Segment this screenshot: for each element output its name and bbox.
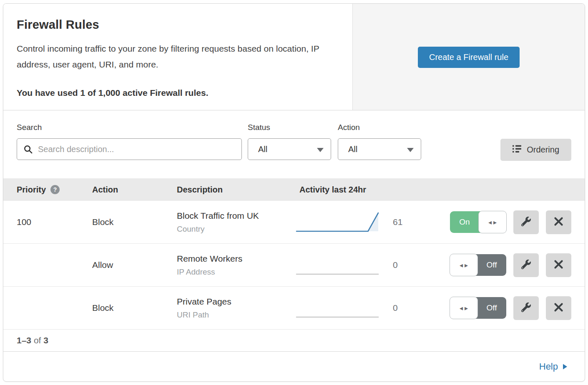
help-question-icon[interactable]: ?: [50, 185, 60, 194]
help-bar: Help: [3, 352, 585, 382]
status-select-value: All: [258, 145, 267, 154]
column-activity: Activity last 24hr: [295, 185, 392, 195]
pagination-range: 1–3: [17, 335, 31, 345]
rule-description: Private Pages: [177, 297, 295, 307]
action-select[interactable]: All: [338, 138, 421, 160]
firewall-rule-row: Allow Remote Workers IP Address 0 Off ◂▸: [3, 244, 585, 287]
filters-bar: Search Status All Action All: [3, 110, 585, 178]
column-priority: Priority ?: [17, 185, 92, 195]
page-header-text: Firewall Rules Control incoming traffic …: [3, 4, 353, 110]
ordering-button[interactable]: Ordering: [500, 139, 571, 161]
close-icon: [554, 260, 563, 270]
firewall-rules-card: Firewall Rules Control incoming traffic …: [3, 3, 585, 382]
rule-controls: On ◂▸: [425, 210, 571, 234]
rule-description: Remote Workers: [177, 254, 295, 264]
column-action: Action: [92, 185, 177, 195]
rule-enabled-toggle[interactable]: On ◂▸: [450, 211, 506, 233]
rule-controls: Off ◂▸: [425, 296, 571, 320]
close-icon: [554, 302, 563, 313]
usage-note: You have used 1 of 1,000 active Firewall…: [17, 88, 327, 98]
search-filter: Search: [17, 123, 242, 160]
rule-enabled-toggle[interactable]: Off ◂▸: [450, 254, 506, 276]
chevron-down-icon: [317, 148, 324, 152]
page-header-action-panel: Create a Firewall rule: [353, 4, 585, 110]
activity-count: 61: [392, 217, 425, 227]
rule-action: Block: [92, 303, 177, 313]
rule-action: Block: [92, 217, 177, 227]
toggle-state-label: On: [450, 211, 479, 233]
toggle-handle-arrows-icon[interactable]: ◂▸: [450, 254, 478, 276]
rule-type: Country: [177, 225, 295, 234]
priority-header-label: Priority: [17, 185, 46, 195]
rule-description-cell: Block Traffic from UK Country: [177, 211, 295, 234]
activity-sparkline: [295, 253, 381, 277]
rule-enabled-toggle[interactable]: Off ◂▸: [450, 297, 506, 319]
toggle-handle-arrows-icon[interactable]: ◂▸: [478, 211, 507, 233]
action-label: Action: [338, 123, 421, 132]
rule-type: URI Path: [177, 310, 295, 320]
table-header: Priority ? Action Description Activity l…: [3, 178, 585, 201]
firewall-rule-row: 100 Block Block Traffic from UK Country …: [3, 201, 585, 244]
rule-type: IP Address: [177, 268, 295, 277]
rule-description: Block Traffic from UK: [177, 211, 295, 221]
create-firewall-rule-button[interactable]: Create a Firewall rule: [418, 47, 520, 68]
edit-rule-button[interactable]: [513, 210, 539, 234]
activity-count: 0: [392, 303, 425, 313]
pagination-status: 1–3 of 3: [3, 330, 585, 352]
rule-controls: Off ◂▸: [425, 253, 571, 277]
edit-rule-button[interactable]: [513, 296, 539, 320]
action-filter: Action All: [338, 123, 421, 160]
search-icon: [23, 145, 33, 156]
delete-rule-button[interactable]: [546, 253, 571, 277]
rule-description-cell: Remote Workers IP Address: [177, 254, 295, 277]
help-link[interactable]: Help: [539, 361, 568, 372]
close-icon: [554, 217, 563, 228]
activity-count: 0: [392, 260, 425, 270]
edit-rule-button[interactable]: [513, 253, 539, 277]
toggle-state-label: Off: [477, 254, 506, 276]
activity-sparkline: [295, 210, 381, 234]
pagination-of: of: [31, 335, 43, 345]
toggle-handle-arrows-icon[interactable]: ◂▸: [450, 297, 478, 319]
activity-sparkline: [295, 296, 381, 320]
search-label: Search: [17, 123, 242, 132]
firewall-rule-row: Block Private Pages URI Path 0 Off ◂▸: [3, 287, 585, 330]
status-filter: Status All: [248, 123, 331, 160]
toggle-state-label: Off: [477, 297, 506, 319]
pagination-total: 3: [43, 335, 48, 345]
status-label: Status: [248, 123, 331, 132]
search-box: [17, 138, 242, 160]
page-description: Control incoming traffic to your zone by…: [17, 41, 327, 72]
arrow-right-icon: [562, 363, 568, 370]
page-header: Firewall Rules Control incoming traffic …: [3, 4, 585, 110]
column-description: Description: [177, 185, 295, 195]
wrench-icon: [521, 260, 531, 270]
delete-rule-button[interactable]: [546, 296, 571, 320]
wrench-icon: [521, 302, 531, 313]
status-select[interactable]: All: [248, 138, 331, 160]
rule-description-cell: Private Pages URI Path: [177, 297, 295, 320]
rule-priority: 100: [17, 217, 92, 227]
help-link-label: Help: [539, 361, 558, 372]
action-select-value: All: [348, 145, 357, 154]
list-icon: [513, 145, 521, 155]
delete-rule-button[interactable]: [546, 210, 571, 234]
ordering-button-label: Ordering: [527, 145, 559, 155]
wrench-icon: [521, 217, 531, 228]
rule-action: Allow: [92, 260, 177, 270]
page-title: Firewall Rules: [17, 18, 327, 32]
search-input[interactable]: [17, 139, 241, 160]
chevron-down-icon: [407, 148, 414, 152]
